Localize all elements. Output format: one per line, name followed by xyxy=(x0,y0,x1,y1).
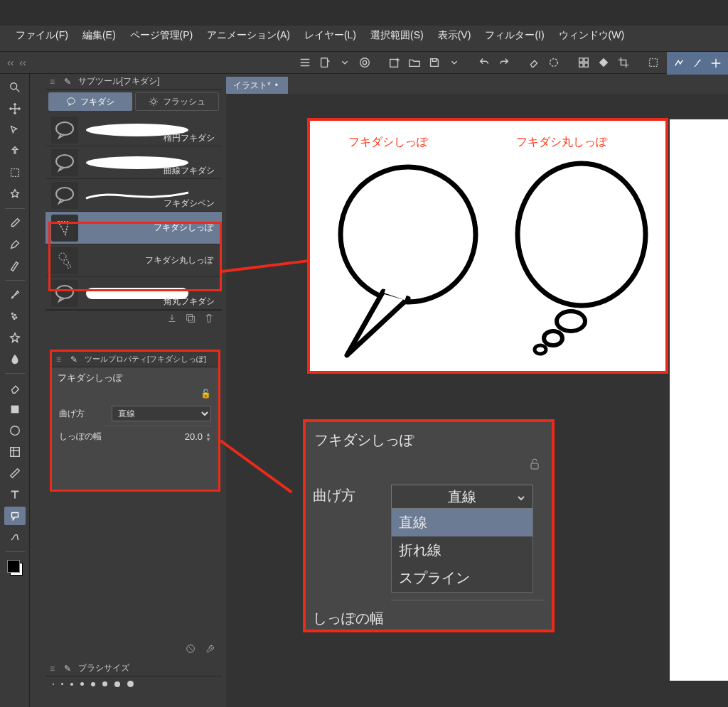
guide-snap-icon[interactable] xyxy=(708,55,724,71)
tool-ruler[interactable] xyxy=(4,464,26,482)
tool-fill[interactable] xyxy=(4,400,26,419)
subtool-label: 楕円フキダシ xyxy=(164,132,215,144)
menu-view[interactable]: 表示(V) xyxy=(438,29,471,42)
menu-layer[interactable]: レイヤー(L) xyxy=(304,29,356,42)
redo-icon[interactable] xyxy=(496,55,512,70)
ruler-snap-icon[interactable] xyxy=(690,55,705,71)
dropdown-option[interactable]: 直線 xyxy=(392,509,532,536)
menu-page[interactable]: ページ管理(P) xyxy=(130,29,193,42)
undo-icon[interactable] xyxy=(476,55,492,70)
tool-airbrush[interactable] xyxy=(4,307,26,325)
sample-caption-1: フキダシしっぽ xyxy=(348,135,428,150)
popup-bend-value: 直線 xyxy=(448,487,476,507)
bend-select[interactable]: 直線 xyxy=(112,406,211,421)
tool-ellipse[interactable] xyxy=(4,421,26,440)
popup-bend-select[interactable]: 直線 xyxy=(391,485,533,509)
canvas-tab[interactable]: イラスト* • xyxy=(226,77,288,94)
panel-menu-icon[interactable]: ≡ xyxy=(56,355,66,365)
open-folder-icon[interactable] xyxy=(407,55,422,70)
menu-file[interactable]: ファイル(F) xyxy=(16,29,68,42)
svg-rect-36 xyxy=(188,316,194,322)
canvas-paper xyxy=(670,119,728,681)
subtool-item-balloon-tail[interactable]: フキダシしっぽ xyxy=(46,212,222,244)
save-icon[interactable] xyxy=(427,55,442,70)
tool-balloon[interactable] xyxy=(4,507,26,525)
tool-operation[interactable] xyxy=(4,121,26,139)
hamburger-icon[interactable] xyxy=(297,55,313,70)
tool-pen[interactable] xyxy=(4,235,26,254)
tailwidth-value[interactable]: 20.0 xyxy=(174,431,203,442)
tool-movelayer[interactable] xyxy=(4,142,26,161)
main-menubar[interactable]: ファイル(F) 編集(E) ページ管理(P) アニメーション(A) レイヤー(L… xyxy=(0,26,728,45)
new-layer-icon[interactable] xyxy=(387,55,402,70)
subtool-duplicate-icon[interactable] xyxy=(185,313,196,326)
subtool-tab-balloon[interactable]: フキダシ xyxy=(48,92,132,111)
tool-marquee[interactable] xyxy=(4,163,26,182)
grid-icon[interactable] xyxy=(576,55,592,70)
dropdown-caret2-icon[interactable] xyxy=(446,55,462,70)
panel-collapse-left2-icon[interactable]: ‹‹ xyxy=(19,57,26,68)
subtool-item-balloon-pen[interactable]: フキダシペン xyxy=(46,179,222,212)
dropdown-caret-icon[interactable] xyxy=(337,55,353,70)
subtool-item-ellipse-balloon[interactable]: 楕円フキダシ xyxy=(46,114,222,146)
wrench-icon[interactable] xyxy=(205,643,216,657)
popup-bend-dropdown[interactable]: 直線 折れ線 スプライン xyxy=(391,509,533,593)
lock-icon[interactable] xyxy=(528,463,542,473)
marquee-icon[interactable] xyxy=(646,55,661,70)
dropdown-option[interactable]: スプライン xyxy=(392,564,532,592)
target-icon[interactable] xyxy=(357,55,373,70)
tool-move[interactable] xyxy=(4,99,26,118)
subtool-import-icon[interactable] xyxy=(166,313,178,326)
command-bar: ‹‹ ‹‹ xyxy=(0,51,728,74)
tool-text[interactable] xyxy=(4,485,26,504)
snap-toggle-icon[interactable] xyxy=(671,55,687,71)
tool-eyedropper[interactable] xyxy=(4,214,26,232)
fill-icon[interactable] xyxy=(596,55,611,70)
tool-automarquee[interactable] xyxy=(4,185,26,203)
subtool-item-curve-balloon[interactable]: 曲線フキダシ xyxy=(46,146,222,179)
lock-icon[interactable]: 🔓 xyxy=(200,389,211,399)
reset-icon[interactable] xyxy=(185,643,196,657)
menu-selection[interactable]: 選択範囲(S) xyxy=(370,29,424,42)
new-doc-icon[interactable] xyxy=(317,55,333,70)
subtool-item-balloon-round-tail[interactable]: フキダシ丸しっぽ xyxy=(46,244,222,277)
loading-icon[interactable] xyxy=(546,55,562,70)
tool-correctline[interactable] xyxy=(4,528,26,546)
tailwidth-spinner[interactable]: ▲▼ xyxy=(205,432,211,442)
tool-blend[interactable] xyxy=(4,350,26,368)
brush-size-presets[interactable] xyxy=(46,676,222,691)
erase-icon[interactable] xyxy=(526,55,542,70)
menu-animation[interactable]: アニメーション(A) xyxy=(207,29,290,42)
close-icon[interactable]: • xyxy=(275,80,284,89)
crop-icon[interactable] xyxy=(616,55,631,70)
tool-pencil[interactable] xyxy=(4,257,26,275)
panel-menu-icon[interactable]: ≡ xyxy=(50,77,60,87)
tool-frame[interactable] xyxy=(4,443,26,461)
tool-eraser[interactable] xyxy=(4,379,26,397)
panel-edit-icon[interactable]: ✎ xyxy=(64,77,74,87)
svg-rect-22 xyxy=(10,448,19,457)
subtool-item-rounded-balloon[interactable]: 角丸フキダシ xyxy=(46,277,222,310)
tool-magnifier[interactable] xyxy=(4,78,26,97)
menu-edit[interactable]: 編集(E) xyxy=(82,29,116,42)
dropdown-option[interactable]: 折れ線 xyxy=(392,536,532,564)
panel-menu-icon[interactable]: ≡ xyxy=(50,664,60,674)
subtool-delete-icon[interactable] xyxy=(203,313,215,326)
menu-window[interactable]: ウィンドウ(W) xyxy=(559,29,625,42)
subtool-label: フキダシしっぽ xyxy=(84,222,216,234)
svg-point-32 xyxy=(68,264,71,268)
panel-collapse-left-icon[interactable]: ‹‹ xyxy=(7,57,14,68)
svg-point-2 xyxy=(363,60,366,64)
menu-filter[interactable]: フィルター(I) xyxy=(485,29,544,42)
panel-edit-icon[interactable]: ✎ xyxy=(64,664,74,674)
color-swatch[interactable] xyxy=(4,557,26,578)
subtool-label: フキダシ丸しっぽ xyxy=(84,254,216,266)
tool-brush[interactable] xyxy=(4,286,26,304)
popup-tailwidth-label: しっぽの幅 xyxy=(313,608,391,628)
svg-rect-8 xyxy=(584,63,588,67)
svg-rect-6 xyxy=(584,58,588,62)
subtool-tab-flash[interactable]: フラッシュ xyxy=(135,92,219,111)
svg-point-29 xyxy=(56,188,73,200)
tool-decoration[interactable] xyxy=(4,328,26,347)
panel-edit-icon[interactable]: ✎ xyxy=(70,355,80,365)
